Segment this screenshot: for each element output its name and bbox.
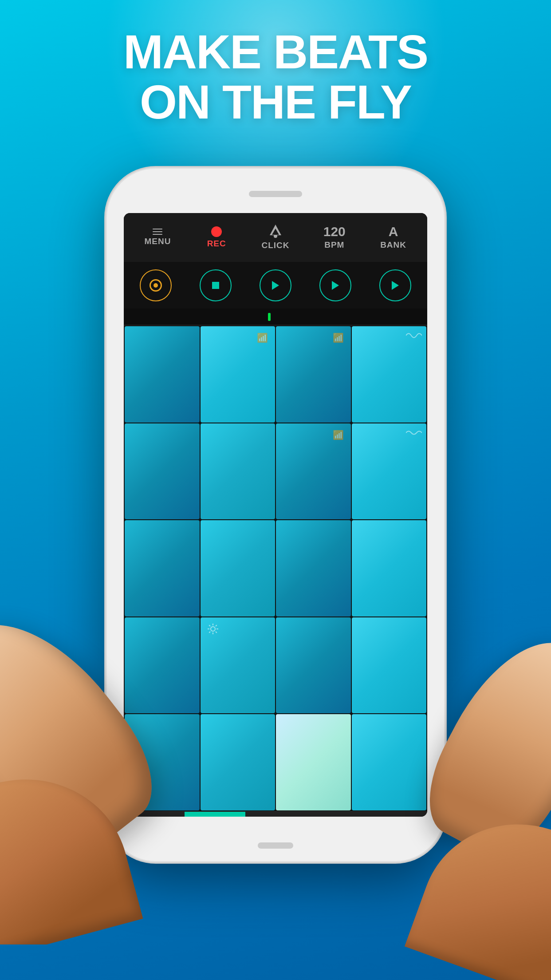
transport-play3-btn[interactable] [366,269,424,301]
toolbar-bank[interactable]: A BANK [364,225,423,250]
stop-square-icon [212,282,219,289]
bpm-value: 120 [323,225,346,238]
progress-indicator [268,313,271,321]
pad-r2c1[interactable] [201,520,276,616]
headline-line1: MAKE BEATS [0,27,551,77]
transport-bar [124,262,427,308]
fx-bar: FX PHA... ...LO SHAPER DELA... [124,811,427,817]
gear-icon [207,623,219,635]
pad-r2c0[interactable] [125,520,200,616]
pad-r3c3[interactable] [352,617,427,714]
pad-r4c0[interactable] [125,714,200,810]
pad-r2c2[interactable] [276,520,351,616]
wave-icon [406,331,422,340]
menu-label: MENU [144,237,171,246]
pad-r2c3[interactable] [352,520,427,616]
hamburger-icon [153,229,162,235]
transport-play2-btn[interactable] [307,269,364,301]
bank-value: A [389,225,398,238]
play2-icon [332,281,339,290]
waveform-bar [124,308,427,325]
wave2-icon [406,428,422,438]
pad-grid: 📶 📶 📶 [124,325,427,811]
rec-dot-icon [211,226,222,237]
phone-home [258,842,293,849]
pad-r4c1[interactable] [201,714,276,810]
phone-earpiece [249,191,302,197]
play3-icon [392,281,399,290]
play2-circle [319,269,351,301]
play3-circle [379,269,411,301]
toolbar: MENU REC CLICK 120 BPM A [124,213,427,262]
pad-r0c0[interactable] [125,326,200,423]
pad-r3c1[interactable] [201,617,276,714]
pad-r3c0[interactable] [125,617,200,714]
fx-item-olo[interactable]: ...LO [245,812,306,817]
headline-line2: ON THE FLY [0,77,551,127]
bank-label: BANK [380,240,406,250]
pad-r0c2[interactable]: 📶 [276,326,351,423]
record-button-circle [140,269,172,301]
fx-item-shaper[interactable]: SHAPER [306,812,366,817]
phone-wrap: MENU REC CLICK 120 BPM A [107,169,444,861]
rec-label: REC [207,239,226,249]
toolbar-click[interactable]: CLICK [246,225,305,250]
pad-r0c3[interactable] [352,326,427,423]
fx-item-phaser[interactable]: PHA... [185,812,245,817]
transport-play1-btn[interactable] [247,269,304,301]
record-inner [150,279,162,292]
toolbar-menu[interactable]: MENU [128,229,187,246]
wifi2-icon: 📶 [333,332,344,343]
pad-r1c0[interactable] [125,423,200,520]
pad-r0c1[interactable]: 📶 [201,326,276,423]
click-label: CLICK [261,241,289,250]
pad-r1c3[interactable] [352,423,427,520]
pad-r1c2[interactable]: 📶 [276,423,351,520]
wifi-icon: 📶 [257,332,268,343]
play1-circle [260,269,291,301]
svg-point-0 [211,627,215,631]
toolbar-bpm[interactable]: 120 BPM [305,225,364,250]
pad-r1c1[interactable] [201,423,276,520]
fx-item-fx[interactable]: FX [124,812,185,817]
metronome-icon [270,225,281,238]
stop-button-circle [200,269,232,301]
wifi3-icon: 📶 [333,430,344,440]
transport-record-btn[interactable] [127,269,185,301]
play1-icon [272,281,279,290]
toolbar-rec[interactable]: REC [187,226,246,249]
fx-item-delay[interactable]: DELA... [366,812,427,817]
pad-r3c2[interactable] [276,617,351,714]
pad-r4c2[interactable] [276,714,351,810]
headline: MAKE BEATS ON THE FLY [0,27,551,127]
phone-screen: MENU REC CLICK 120 BPM A [124,213,427,817]
bpm-label: BPM [324,240,344,250]
transport-stop-btn[interactable] [187,269,244,301]
pad-r4c3[interactable] [352,714,427,810]
